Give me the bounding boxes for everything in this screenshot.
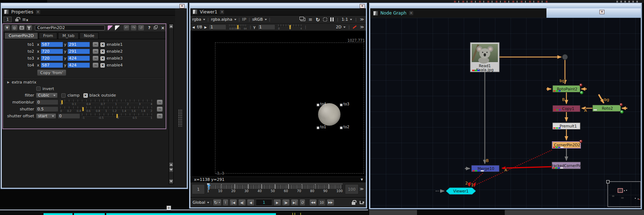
center-node-button[interactable]: ◎: [11, 25, 17, 31]
node-trackedcornerpin[interactable]: TrackedCornerPin: [550, 162, 582, 169]
tab-properties[interactable]: Properties: [11, 9, 33, 15]
lut-dropdown[interactable]: sRGB: [252, 17, 267, 22]
enable4-checkbox[interactable]: ×: [100, 63, 105, 68]
pane-icon[interactable]: [373, 11, 378, 16]
node-read1[interactable]: Read1 Koala.jpg: [470, 42, 499, 72]
dope-sheet-strip[interactable]: [0, 210, 368, 215]
pause-icon[interactable]: [330, 17, 334, 21]
fstop-next-icon[interactable]: ▶: [205, 25, 207, 29]
unlock-icon[interactable]: [15, 19, 18, 21]
tab-viewer1[interactable]: Viewer1: [200, 9, 217, 15]
panel-close-button[interactable]: ×: [161, 25, 165, 31]
to2-y-field[interactable]: 291: [67, 49, 90, 54]
node-graph-svg[interactable]: bg B bg A B A 2 1 Read1 Koala.jpg: [370, 18, 641, 208]
frame-increment-box[interactable]: 10: [318, 199, 326, 206]
copy-from-button[interactable]: Copy 'from': [37, 69, 66, 76]
current-frame-box[interactable]: 1: [256, 199, 272, 206]
timeline-ruler[interactable]: 1102030405060708090100 1: [207, 183, 343, 196]
cornerpin-handle-to2[interactable]: to2: [340, 126, 349, 130]
curve-button[interactable]: ~: [157, 106, 163, 112]
in-point-button[interactable]: I: [223, 199, 228, 206]
pane-icon[interactable]: [193, 9, 197, 14]
alpha-layer-dropdown[interactable]: rgba.alpha: [211, 17, 236, 22]
collapse-button[interactable]: ▼: [4, 25, 10, 31]
node-color-swatch[interactable]: [107, 25, 113, 31]
frame-range-mode-dropdown[interactable]: Global: [193, 200, 209, 205]
layout-lines-icon[interactable]: ≡: [309, 18, 313, 21]
to1-x-field[interactable]: 587: [41, 42, 63, 47]
gl-color-swatch[interactable]: [115, 25, 120, 31]
node-premult1[interactable]: Premult1: [553, 123, 580, 129]
curve-button[interactable]: ~: [92, 42, 99, 47]
input-process-button[interactable]: IP: [242, 17, 247, 22]
node-graph-canvas[interactable]: bg B bg A B A 2 1 Read1 Koala.jpg: [370, 18, 641, 208]
status-expand-icon[interactable]: ▼: [361, 178, 363, 181]
playback-mode-button[interactable]: ↻: [213, 199, 222, 206]
render-icon[interactable]: [360, 201, 364, 204]
to2-x-field[interactable]: 720: [41, 49, 63, 54]
properties-tab-close-icon[interactable]: ×: [36, 10, 40, 14]
step-back-button[interactable]: ◀: [247, 199, 255, 206]
tab-cornerpin2d[interactable]: CornerPin2D: [4, 32, 38, 39]
pin-square[interactable]: [317, 126, 319, 129]
cornerpin-handle-to1[interactable]: to1: [317, 126, 326, 130]
pane-icon[interactable]: [4, 9, 9, 14]
next-keyframe-button[interactable]: |▶: [282, 199, 290, 206]
node-merge10[interactable]: Merge10: [471, 165, 499, 172]
to1-y-field[interactable]: 291: [67, 42, 90, 47]
more-tools-chevrons[interactable]: ≫: [360, 25, 364, 29]
scroll-down-button[interactable]: [169, 167, 173, 172]
viewer-window-close-button[interactable]: ×: [360, 4, 365, 8]
help-button[interactable]: ?: [148, 25, 150, 30]
playhead[interactable]: 1: [207, 184, 211, 195]
play-button[interactable]: ▶: [273, 199, 281, 206]
nodegraph-tab-close-icon[interactable]: ×: [409, 11, 413, 15]
prev-keyframe-button[interactable]: ◀|: [238, 199, 246, 206]
viewer-window-titlebar[interactable]: ×: [190, 4, 366, 8]
black-outside-checkbox[interactable]: ×: [83, 93, 88, 98]
properties-scrollbar[interactable]: [169, 24, 174, 184]
gain-slider[interactable]: 0.01562564: [229, 24, 247, 30]
node-name-field[interactable]: CornerPin2D2: [35, 25, 105, 31]
wire-tracked-merge-red[interactable]: [502, 167, 552, 168]
curve-button[interactable]: ~: [92, 62, 99, 68]
first-frame-button[interactable]: |◀: [230, 199, 237, 206]
more-tools-chevrons[interactable]: ≫: [360, 17, 364, 22]
annotation-pen-icon[interactable]: [353, 25, 357, 29]
curve-button[interactable]: ~: [92, 56, 99, 61]
undo-button[interactable]: ↶: [123, 25, 129, 31]
range-start-box[interactable]: 1: [192, 184, 205, 194]
refresh-icon[interactable]: ↻: [316, 17, 320, 23]
tab-from[interactable]: From: [39, 32, 57, 39]
tab-node-graph[interactable]: Node Graph: [380, 11, 406, 16]
zoom-level-dropdown[interactable]: 1:1: [342, 17, 352, 22]
to4-y-field[interactable]: 424: [67, 62, 90, 68]
range-end-box[interactable]: 100: [345, 184, 359, 194]
tab-node[interactable]: Node: [79, 32, 99, 39]
clear-panels-icon[interactable]: ≡x: [22, 17, 28, 22]
enable3-checkbox[interactable]: ×: [100, 56, 105, 61]
scroll-down-button-end[interactable]: [169, 179, 173, 184]
expand-arrow-icon[interactable]: ▶: [7, 81, 9, 84]
enable2-checkbox[interactable]: ×: [100, 49, 105, 54]
clamp-checkbox[interactable]: [61, 93, 66, 98]
viewer-tab-close-icon[interactable]: ×: [220, 10, 224, 14]
last-frame-button[interactable]: ▶|: [291, 199, 298, 206]
wrench-button[interactable]: [26, 25, 32, 31]
node-roto2[interactable]: Roto2: [593, 103, 624, 114]
shutter-offset-field[interactable]: 0: [58, 113, 80, 119]
node-copy1[interactable]: Copy1: [553, 105, 580, 112]
pin-square[interactable]: [340, 104, 343, 106]
node-dot[interactable]: [562, 54, 568, 60]
scroll-up-button-bottom[interactable]: [169, 162, 173, 167]
jump-back-button[interactable]: ◀◀: [309, 199, 317, 206]
cornerpin-handle-to3[interactable]: to3: [340, 104, 349, 108]
timeline-chevrons[interactable]: ≫: [359, 187, 364, 191]
motionblur-field[interactable]: 0: [36, 100, 58, 105]
curve-button[interactable]: ~: [157, 113, 163, 119]
to3-y-field[interactable]: 424: [67, 56, 90, 61]
nodegraph-window-titlebar[interactable]: [370, 4, 641, 8]
node-viewer1[interactable]: Viewer1: [436, 188, 476, 194]
splitter-grip[interactable]: [178, 109, 182, 127]
shutter-slider[interactable]: 00.20.40.60.811.21.41.61.82: [60, 106, 152, 112]
